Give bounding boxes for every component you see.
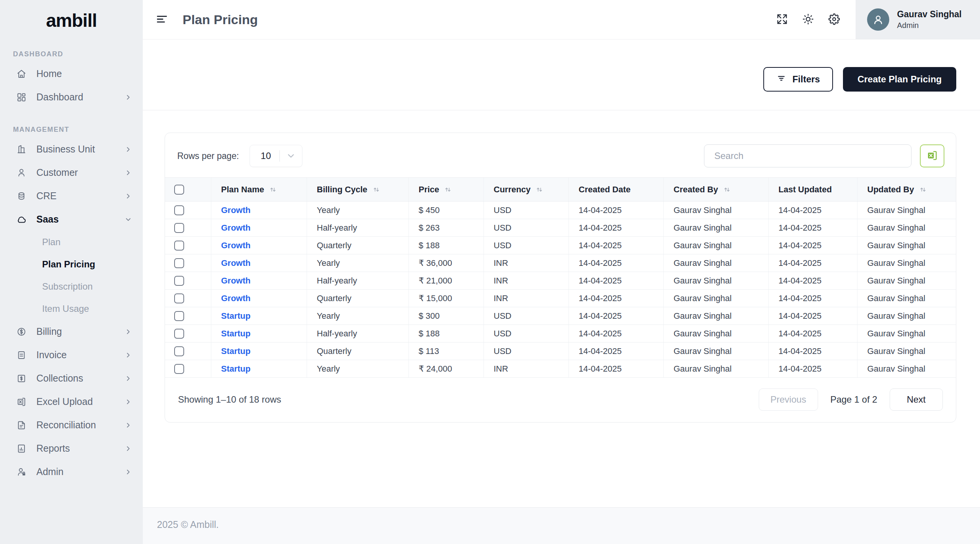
currency-cell: INR [483,360,568,378]
sidebar-item-label: Excel Upload [36,396,93,407]
updated-by-cell: Gaurav Singhal [857,307,956,325]
brand-logo[interactable]: ambill [0,0,143,33]
sidebar-item-home[interactable]: Home [0,62,143,85]
chevron-right-icon [124,398,132,406]
rows-per-page-label: Rows per page: [177,151,239,161]
row-checkbox[interactable] [174,241,184,251]
create-plan-pricing-button[interactable]: Create Plan Pricing [843,67,956,92]
filter-icon [776,73,786,85]
sidebar-item-dashboard[interactable]: Dashboard [0,85,143,109]
rows-per-page-select[interactable]: 10 [250,145,302,167]
column-header-price[interactable]: Price [408,178,483,202]
price-cell: $ 450 [408,202,483,219]
created-by-cell: Gaurav Singhal [663,307,768,325]
next-page-button[interactable]: Next [890,388,943,411]
sidebar-item-reports[interactable]: Reports [0,437,143,460]
sidebar-subitem-plan-pricing[interactable]: Plan Pricing [0,253,143,275]
sidebar-item-billing[interactable]: Billing [0,320,143,343]
row-checkbox[interactable] [174,364,184,374]
row-checkbox[interactable] [174,223,184,233]
sidebar-item-collections[interactable]: Collections [0,367,143,390]
user-menu[interactable]: Gaurav Singhal Admin [856,0,980,39]
business-unit-icon [16,144,27,155]
plan-name-link[interactable]: Growth [221,241,251,250]
sidebar-item-saas[interactable]: Saas [0,208,143,231]
row-checkbox[interactable] [174,258,184,268]
plan-name-link[interactable]: Growth [221,293,251,303]
sidebar-item-excel-upload[interactable]: Excel Upload [0,390,143,413]
sidebar-item-cre[interactable]: CRE [0,184,143,208]
plan-name-link[interactable]: Growth [221,276,251,285]
sidebar-subitem-plan[interactable]: Plan [0,231,143,253]
sidebar-item-business-unit[interactable]: Business Unit [0,138,143,161]
plan-name-cell: Growth [211,219,307,237]
plan-pricing-table-card: Rows per page: 10 [165,133,956,423]
avatar [867,8,889,31]
invoice-icon [16,350,27,360]
sidebar-subitem-item-usage[interactable]: Item Usage [0,298,143,320]
updated-by-cell: Gaurav Singhal [857,202,956,219]
sort-icon[interactable] [269,186,277,193]
fullscreen-button[interactable] [769,7,795,33]
table-head-row: Plan NameBilling CyclePriceCurrencyCreat… [165,178,956,202]
created-by-cell: Gaurav Singhal [663,290,768,307]
row-checkbox[interactable] [174,205,184,215]
sidebar-item-label: Customer [36,167,78,178]
search-input[interactable] [704,144,911,167]
sidebar-section-management: MANAGEMENT [13,126,143,134]
price-cell: $ 113 [408,342,483,360]
copyright-footer: 2025 © Ambill. [143,507,980,544]
last-updated-cell: 14-04-2025 [768,342,857,360]
sort-icon[interactable] [919,186,927,193]
row-checkbox[interactable] [174,293,184,303]
plan-name-link[interactable]: Startup [221,329,251,338]
created-date-cell: 14-04-2025 [568,325,663,342]
settings-button[interactable] [821,7,847,33]
plan-name-link[interactable]: Growth [221,205,251,215]
sidebar-item-label: Collections [36,373,83,384]
column-header-plan-name[interactable]: Plan Name [211,178,307,202]
created-date-cell: 14-04-2025 [568,272,663,290]
sort-icon[interactable] [372,186,380,193]
column-header-currency[interactable]: Currency [483,178,568,202]
column-header-updated-by[interactable]: Updated By [857,178,956,202]
sidebar-subitem-subscription[interactable]: Subscription [0,275,143,298]
app-root: ambill DASHBOARD Home Dashboard MANAGEME… [0,0,980,544]
chevron-right-icon [124,169,132,177]
filters-button[interactable]: Filters [763,67,833,92]
column-header-billing-cycle[interactable]: Billing Cycle [307,178,408,202]
plan-name-link[interactable]: Startup [221,364,251,374]
sidebar-item-admin[interactable]: Admin [0,460,143,483]
plan-name-link[interactable]: Growth [221,258,251,268]
menu-toggle-button[interactable] [156,13,168,26]
sidebar-item-customer[interactable]: Customer [0,161,143,184]
row-checkbox[interactable] [174,346,184,356]
last-updated-cell: 14-04-2025 [768,237,857,254]
sort-icon[interactable] [536,186,543,193]
select-all-checkbox[interactable] [174,185,184,195]
hamburger-icon [156,13,168,26]
last-updated-cell: 14-04-2025 [768,202,857,219]
sort-icon[interactable] [723,186,731,193]
theme-toggle-button[interactable] [795,7,821,33]
previous-page-button[interactable]: Previous [759,388,818,411]
billing-cycle-cell: Half-yearly [307,219,408,237]
row-checkbox[interactable] [174,329,184,339]
column-header-created-by[interactable]: Created By [663,178,768,202]
plan-name-link[interactable]: Startup [221,311,251,321]
sidebar-item-reconciliation[interactable]: Reconciliation [0,413,143,437]
updated-by-cell: Gaurav Singhal [857,342,956,360]
plan-name-link[interactable]: Growth [221,223,251,233]
row-checkbox-cell [165,342,211,360]
sort-icon[interactable] [444,186,452,193]
last-updated-cell: 14-04-2025 [768,290,857,307]
currency-cell: USD [483,202,568,219]
row-checkbox-cell [165,254,211,272]
plan-name-link[interactable]: Startup [221,346,251,356]
export-excel-button[interactable] [920,144,944,167]
sidebar-item-invoice[interactable]: Invoice [0,343,143,367]
row-checkbox-cell [165,272,211,290]
row-checkbox[interactable] [174,276,184,286]
row-checkbox[interactable] [174,311,184,321]
chevron-right-icon [124,445,132,452]
